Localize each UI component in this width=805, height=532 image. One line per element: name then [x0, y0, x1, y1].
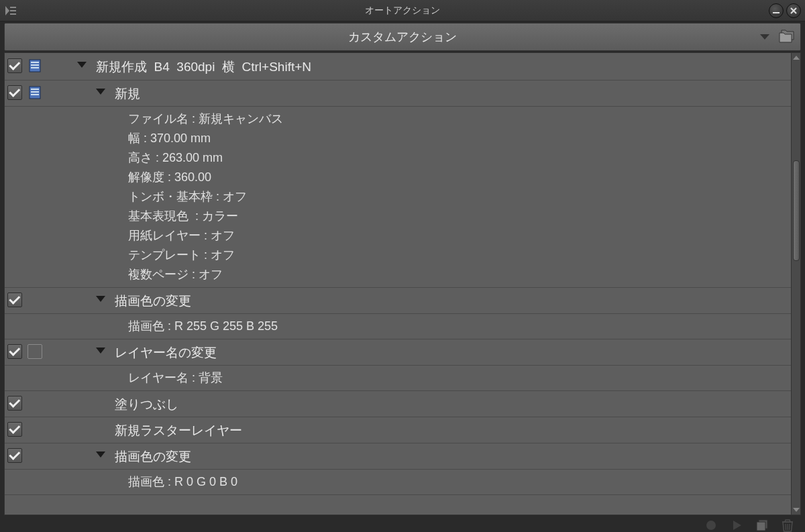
document-icon — [28, 58, 42, 73]
svg-line-15 — [786, 524, 786, 530]
window-titlebar: オートアクション — [0, 0, 805, 21]
step-checkbox[interactable] — [7, 422, 22, 437]
svg-rect-14 — [757, 522, 765, 531]
step-detail-line: 複数ページ : オフ — [128, 265, 791, 284]
vertical-scrollbar[interactable] — [791, 53, 800, 515]
action-step-row[interactable]: 塗りつぶし — [5, 391, 791, 417]
trash-button[interactable] — [780, 517, 796, 532]
action-set-checkbox[interactable] — [7, 58, 22, 73]
expand-toggle-icon[interactable] — [96, 451, 105, 458]
action-step-row[interactable]: レイヤー名の変更 — [5, 339, 791, 366]
step-detail-line: 幅 : 370.00 mm — [128, 129, 791, 148]
dropdown-icon[interactable] — [760, 34, 769, 40]
step-checkbox[interactable] — [7, 344, 22, 359]
close-button[interactable] — [786, 3, 801, 18]
step-title: 新規 — [115, 85, 791, 103]
document-icon — [28, 85, 42, 100]
svg-rect-10 — [31, 91, 39, 93]
svg-rect-6 — [31, 64, 39, 66]
expand-toggle-icon[interactable] — [96, 296, 105, 302]
step-title: 描画色の変更 — [115, 292, 791, 310]
step-detail-line: 描画色 : R 0 G 0 B 0 — [128, 472, 791, 492]
step-detail-line: 用紙レイヤー : オフ — [128, 226, 791, 246]
action-list-panel: 新規作成 B4 360dpi 横 Ctrl+Shift+N 新規ファイル名 : … — [4, 52, 801, 515]
action-step-row[interactable]: 新規 — [5, 81, 791, 107]
svg-rect-11 — [31, 94, 39, 95]
svg-line-17 — [790, 524, 790, 530]
svg-point-12 — [706, 521, 716, 530]
step-detail-line: 描画色 : R 255 G 255 B 255 — [128, 317, 791, 336]
step-detail-line: テンプレート : オフ — [128, 246, 791, 265]
new-button[interactable] — [754, 517, 770, 532]
step-checkbox[interactable] — [7, 292, 22, 307]
action-set-label: 新規作成 B4 360dpi 横 Ctrl+Shift+N — [96, 58, 791, 76]
action-step-row[interactable]: 描画色の変更 — [5, 443, 791, 470]
step-details-row: ファイル名 : 新規キャンバス幅 : 370.00 mm高さ : 263.00 … — [5, 107, 791, 288]
svg-rect-3 — [773, 12, 780, 13]
expand-toggle-icon[interactable] — [77, 62, 87, 68]
window-title: オートアクション — [365, 5, 440, 17]
step-title: 新規ラスターレイヤー — [115, 422, 791, 439]
action-step-row[interactable]: 新規ラスターレイヤー — [5, 417, 791, 443]
step-title: 描画色の変更 — [115, 448, 791, 466]
action-step-row[interactable]: 描画色の変更 — [5, 288, 791, 314]
expand-toggle-icon[interactable] — [96, 89, 105, 95]
bottom-toolbar — [4, 517, 801, 532]
svg-rect-7 — [31, 67, 39, 68]
svg-rect-2 — [10, 13, 16, 15]
folder-stack-icon[interactable] — [777, 28, 796, 46]
step-checkbox[interactable] — [7, 85, 22, 100]
step-detail-line: 解像度 : 360.00 — [128, 168, 791, 187]
svg-rect-1 — [10, 10, 16, 11]
step-title: レイヤー名の変更 — [115, 344, 791, 362]
expand-toggle-icon[interactable] — [96, 348, 105, 354]
step-title: 塗りつぶし — [115, 396, 791, 413]
step-checkbox[interactable] — [7, 396, 22, 411]
action-set-header: カスタムアクション — [4, 23, 801, 51]
svg-rect-9 — [31, 89, 39, 90]
step-detail-line: 高さ : 263.00 mm — [128, 148, 791, 168]
step-detail-line: 基本表現色 : カラー — [128, 207, 791, 226]
step-details-row: 描画色 : R 0 G 0 B 0 — [5, 470, 791, 495]
play-button[interactable] — [729, 517, 745, 532]
action-set-row[interactable]: 新規作成 B4 360dpi 横 Ctrl+Shift+N — [5, 53, 791, 81]
dialog-toggle[interactable] — [28, 344, 42, 359]
record-button[interactable] — [703, 517, 719, 532]
step-detail-line: レイヤー名 : 背景 — [128, 368, 791, 388]
step-details-row: レイヤー名 : 背景 — [5, 366, 791, 391]
action-set-title: カスタムアクション — [348, 29, 457, 45]
svg-rect-5 — [31, 62, 39, 63]
scroll-down-button[interactable] — [792, 505, 800, 515]
panel-menu-icon[interactable] — [1, 1, 20, 20]
svg-rect-0 — [10, 7, 16, 8]
step-detail-line: トンボ・基本枠 : オフ — [128, 187, 791, 207]
step-checkbox[interactable] — [7, 448, 22, 463]
step-details-row: 描画色 : R 255 G 255 B 255 — [5, 314, 791, 339]
step-detail-line: ファイル名 : 新規キャンバス — [128, 109, 791, 129]
scroll-thumb[interactable] — [793, 160, 800, 261]
scroll-up-button[interactable] — [792, 53, 800, 62]
minimize-button[interactable] — [769, 3, 784, 18]
